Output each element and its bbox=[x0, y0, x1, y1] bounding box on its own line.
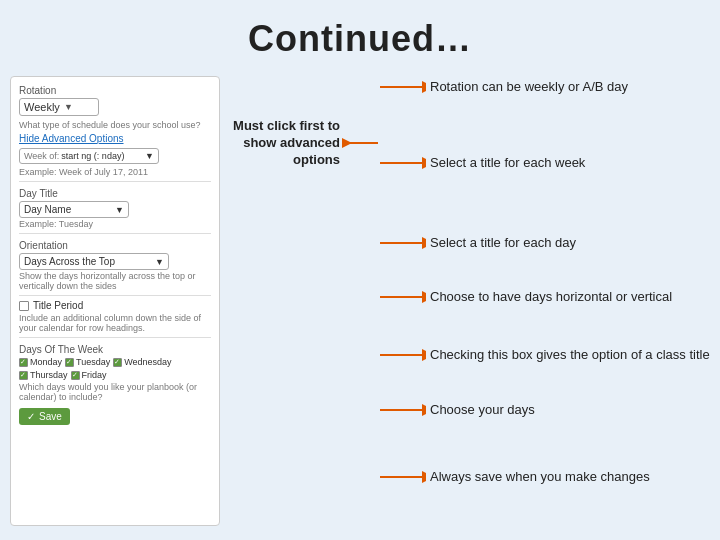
week-of-value: start ng (: nday) bbox=[61, 151, 124, 161]
annotation-title-period: Checking this box gives the option of a … bbox=[378, 346, 710, 364]
annotation-save-text: Always save when you make changes bbox=[426, 469, 650, 486]
mustclick-text: Must click first to show advanced option… bbox=[220, 118, 340, 169]
title-period-checkbox[interactable] bbox=[19, 301, 29, 311]
week-of-example: Example: Week of July 17, 2011 bbox=[19, 167, 211, 177]
orientation-value: Days Across the Top bbox=[24, 256, 115, 267]
annotation-orientation: Choose to have days horizontal or vertic… bbox=[378, 288, 672, 306]
mustclick-annotation: Must click first to show advanced option… bbox=[220, 118, 380, 169]
wednesday-check bbox=[113, 358, 122, 367]
arrow-days-of-week bbox=[378, 401, 426, 419]
week-of-label: Week of: bbox=[24, 151, 59, 161]
annotation-days-of-week-text: Choose your days bbox=[426, 402, 535, 419]
days-question: Which days would you like your planbook … bbox=[19, 382, 211, 402]
day-name-value: Day Name bbox=[24, 204, 71, 215]
hide-advanced-link[interactable]: Hide Advanced Options bbox=[19, 133, 124, 144]
orientation-dropdown[interactable]: Days Across the Top ▼ bbox=[19, 253, 169, 270]
annotations-area: Must click first to show advanced option… bbox=[220, 76, 710, 526]
save-button[interactable]: ✓ Save bbox=[19, 408, 70, 425]
orientation-desc: Show the days horizontally across the to… bbox=[19, 271, 211, 291]
rotation-value: Weekly bbox=[24, 101, 60, 113]
monday-check bbox=[19, 358, 28, 367]
mustclick-left-arrow bbox=[342, 134, 380, 152]
annotation-save: Always save when you make changes bbox=[378, 468, 650, 486]
arrow-day-title bbox=[378, 234, 426, 252]
arrow-title-period bbox=[378, 346, 426, 364]
thursday-check bbox=[19, 371, 28, 380]
day-thursday[interactable]: Thursday bbox=[19, 370, 68, 380]
week-of-dropdown[interactable]: Week of: start ng (: nday) ▼ bbox=[19, 148, 159, 164]
friday-check bbox=[71, 371, 80, 380]
annotation-day-title: Select a title for each day bbox=[378, 234, 576, 252]
annotation-week-title: Select a title for each week bbox=[378, 154, 585, 172]
save-label: Save bbox=[39, 411, 62, 422]
annotation-orientation-text: Choose to have days horizontal or vertic… bbox=[426, 289, 672, 306]
annotation-rotation-text: Rotation can be weekly or A/B day bbox=[426, 79, 628, 96]
arrow-week-title bbox=[378, 154, 426, 172]
what-type-label: What type of schedule does your school u… bbox=[19, 120, 211, 130]
day-monday[interactable]: Monday bbox=[19, 357, 62, 367]
annotation-title-period-text: Checking this box gives the option of a … bbox=[426, 347, 710, 364]
monday-label: Monday bbox=[30, 357, 62, 367]
annotation-days-of-week: Choose your days bbox=[378, 401, 535, 419]
days-row: Monday Tuesday Wednesday Thursday Friday bbox=[19, 357, 211, 380]
day-example: Example: Tuesday bbox=[19, 219, 211, 229]
week-of-arrow: ▼ bbox=[145, 151, 154, 161]
day-title-label: Day Title bbox=[19, 188, 211, 199]
day-friday[interactable]: Friday bbox=[71, 370, 107, 380]
thursday-label: Thursday bbox=[30, 370, 68, 380]
tuesday-label: Tuesday bbox=[76, 357, 110, 367]
save-check-icon: ✓ bbox=[27, 411, 35, 422]
page-title: Continued… bbox=[0, 0, 720, 70]
days-of-week-label: Days Of The Week bbox=[19, 344, 211, 355]
day-name-arrow: ▼ bbox=[115, 205, 124, 215]
day-wednesday[interactable]: Wednesday bbox=[113, 357, 171, 367]
wednesday-label: Wednesday bbox=[124, 357, 171, 367]
day-name-dropdown[interactable]: Day Name ▼ bbox=[19, 201, 129, 218]
day-tuesday[interactable]: Tuesday bbox=[65, 357, 110, 367]
annotation-week-title-text: Select a title for each week bbox=[426, 155, 585, 172]
rotation-dropdown-arrow: ▼ bbox=[64, 102, 73, 112]
tuesday-check bbox=[65, 358, 74, 367]
title-period-row: Title Period bbox=[19, 300, 211, 311]
arrow-orientation bbox=[378, 288, 426, 306]
friday-label: Friday bbox=[82, 370, 107, 380]
annotation-rotation: Rotation can be weekly or A/B day bbox=[378, 78, 628, 96]
arrow-rotation bbox=[378, 78, 426, 96]
orientation-label: Orientation bbox=[19, 240, 211, 251]
title-period-desc: Include an additional column down the si… bbox=[19, 313, 211, 333]
rotation-label: Rotation bbox=[19, 85, 211, 96]
orientation-arrow: ▼ bbox=[155, 257, 164, 267]
ui-panel: Rotation Weekly ▼ What type of schedule … bbox=[10, 76, 220, 526]
arrow-save bbox=[378, 468, 426, 486]
annotation-day-title-text: Select a title for each day bbox=[426, 235, 576, 252]
rotation-dropdown[interactable]: Weekly ▼ bbox=[19, 98, 99, 116]
title-period-label: Title Period bbox=[33, 300, 83, 311]
